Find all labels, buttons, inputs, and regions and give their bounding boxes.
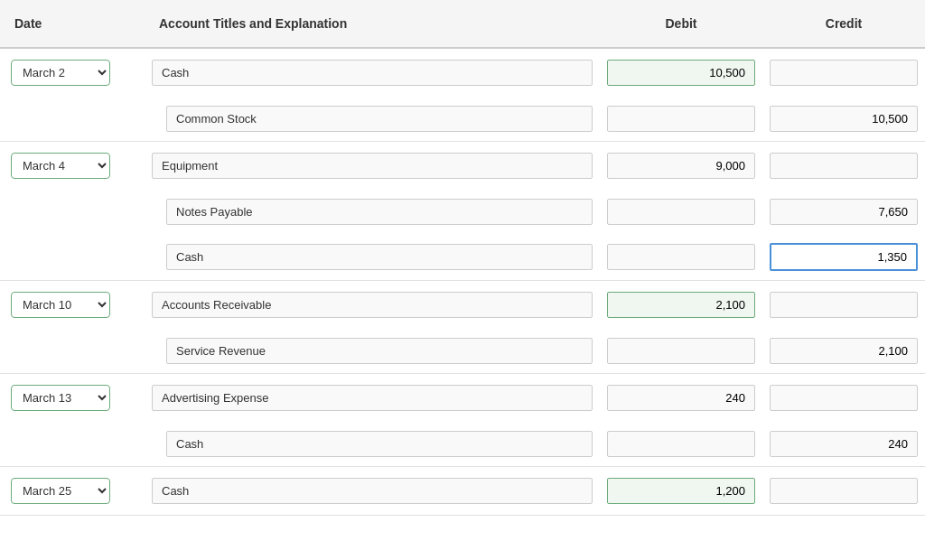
- account-cell: [145, 381, 600, 415]
- debit-input[interactable]: [607, 338, 755, 364]
- credit-input[interactable]: [770, 385, 918, 411]
- date-cell[interactable]: March 2March 4March 10March 13March 25: [0, 54, 145, 91]
- debit-cell: [600, 381, 762, 415]
- account-cell: [145, 240, 600, 274]
- credit-cell: [762, 288, 925, 322]
- account-cell: [145, 474, 600, 508]
- debit-cell: [600, 56, 762, 89]
- debit-input[interactable]: [607, 385, 755, 411]
- account-header: Account Titles and Explanation: [145, 9, 600, 38]
- entry-group: March 2March 4March 10March 13March 25: [0, 281, 925, 374]
- account-input[interactable]: [166, 199, 593, 225]
- debit-input[interactable]: [607, 478, 755, 504]
- account-cell: [145, 288, 600, 322]
- account-input[interactable]: [152, 153, 593, 179]
- date-cell[interactable]: March 2March 4March 10March 13March 25: [0, 286, 145, 323]
- table-row: March 2March 4March 10March 13March 25: [0, 374, 925, 422]
- debit-input[interactable]: [607, 106, 755, 132]
- date-cell: [0, 439, 145, 450]
- credit-cell: [762, 102, 925, 135]
- credit-cell: [762, 381, 925, 415]
- account-cell: [145, 195, 600, 229]
- table-row: March 2March 4March 10March 13March 25: [0, 49, 925, 97]
- date-cell: [0, 207, 145, 218]
- credit-cell: [762, 239, 925, 275]
- account-cell: [145, 427, 600, 461]
- debit-header: Debit: [600, 9, 762, 38]
- debit-input[interactable]: [607, 60, 755, 86]
- account-input[interactable]: [152, 60, 593, 86]
- credit-input[interactable]: [770, 292, 918, 318]
- credit-input[interactable]: [770, 338, 918, 364]
- table-row: [0, 234, 925, 280]
- debit-cell: [600, 149, 762, 182]
- debit-cell: [600, 288, 762, 322]
- debit-cell: [600, 427, 762, 461]
- credit-cell: [762, 474, 925, 508]
- account-cell: [145, 149, 600, 182]
- date-cell[interactable]: March 2March 4March 10March 13March 25: [0, 379, 145, 416]
- table-row: March 2March 4March 10March 13March 25: [0, 142, 925, 190]
- date-cell[interactable]: March 2March 4March 10March 13March 25: [0, 147, 145, 184]
- credit-input[interactable]: [770, 199, 918, 225]
- debit-input[interactable]: [607, 244, 755, 270]
- credit-input[interactable]: [770, 431, 918, 457]
- debit-cell: [600, 240, 762, 274]
- table-row: [0, 97, 925, 141]
- debit-cell: [600, 474, 762, 508]
- credit-input[interactable]: [770, 153, 918, 179]
- debit-cell: [600, 195, 762, 229]
- date-cell: [0, 114, 145, 125]
- credit-input[interactable]: [770, 106, 918, 132]
- date-select[interactable]: March 2March 4March 10March 13March 25: [11, 385, 110, 411]
- credit-cell: [762, 334, 925, 368]
- table-row: March 2March 4March 10March 13March 25: [0, 281, 925, 329]
- credit-cell: [762, 427, 925, 461]
- credit-cell: [762, 56, 925, 89]
- date-select[interactable]: March 2March 4March 10March 13March 25: [11, 292, 110, 318]
- debit-cell: [600, 102, 762, 135]
- date-select[interactable]: March 2March 4March 10March 13March 25: [11, 60, 110, 86]
- table-row: [0, 190, 925, 234]
- account-input[interactable]: [166, 106, 593, 132]
- entry-group: March 2March 4March 10March 13March 25: [0, 142, 925, 281]
- account-input[interactable]: [152, 478, 593, 504]
- date-cell: [0, 252, 145, 263]
- account-input[interactable]: [166, 431, 593, 457]
- debit-input[interactable]: [607, 431, 755, 457]
- date-select[interactable]: March 2March 4March 10March 13March 25: [11, 478, 110, 504]
- credit-cell: [762, 195, 925, 229]
- debit-input[interactable]: [607, 292, 755, 318]
- credit-input[interactable]: [770, 243, 918, 271]
- table-row: [0, 329, 925, 373]
- account-input[interactable]: [166, 338, 593, 364]
- entry-group: March 2March 4March 10March 13March 25: [0, 467, 925, 516]
- credit-input[interactable]: [770, 60, 918, 86]
- credit-cell: [762, 149, 925, 182]
- account-cell: [145, 102, 600, 135]
- account-cell: [145, 334, 600, 368]
- account-input[interactable]: [166, 244, 593, 270]
- table-row: March 2March 4March 10March 13March 25: [0, 467, 925, 515]
- entry-group: March 2March 4March 10March 13March 25: [0, 374, 925, 467]
- entries-container: March 2March 4March 10March 13March 25Ma…: [0, 49, 925, 516]
- journal-table: Date Account Titles and Explanation Debi…: [0, 0, 925, 560]
- date-header: Date: [0, 9, 145, 38]
- debit-cell: [600, 334, 762, 368]
- table-row: [0, 422, 925, 466]
- date-cell: [0, 346, 145, 357]
- date-cell[interactable]: March 2March 4March 10March 13March 25: [0, 472, 145, 509]
- entry-group: March 2March 4March 10March 13March 25: [0, 49, 925, 142]
- credit-input[interactable]: [770, 478, 918, 504]
- table-header: Date Account Titles and Explanation Debi…: [0, 0, 925, 49]
- date-select[interactable]: March 2March 4March 10March 13March 25: [11, 153, 110, 179]
- account-input[interactable]: [152, 385, 593, 411]
- credit-header: Credit: [762, 9, 925, 38]
- debit-input[interactable]: [607, 153, 755, 179]
- debit-input[interactable]: [607, 199, 755, 225]
- account-input[interactable]: [152, 292, 593, 318]
- account-cell: [145, 56, 600, 89]
